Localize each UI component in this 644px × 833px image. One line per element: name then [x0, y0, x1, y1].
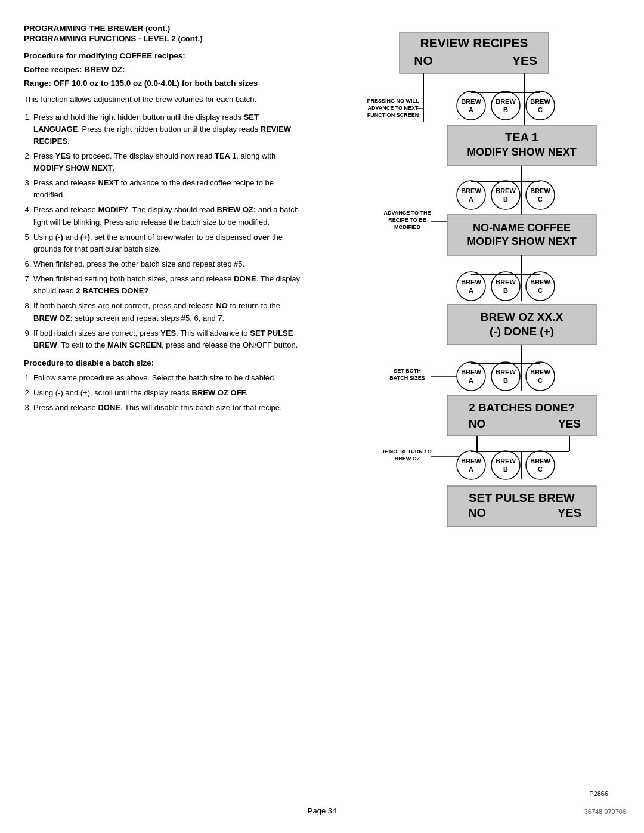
svg-point-17 — [526, 91, 555, 120]
svg-text:BREW: BREW — [461, 368, 481, 376]
svg-text:C: C — [538, 466, 543, 473]
svg-point-65 — [457, 362, 485, 391]
svg-text:BATCH SIZES: BATCH SIZES — [389, 375, 425, 381]
svg-text:NO-NAME COFFEE: NO-NAME COFFEE — [473, 222, 571, 234]
svg-text:MODIFY SHOW NEXT: MODIFY SHOW NEXT — [467, 236, 577, 247]
svg-point-68 — [491, 362, 520, 391]
svg-text:BREW: BREW — [530, 98, 550, 105]
svg-text:BREW: BREW — [530, 457, 550, 465]
svg-point-90 — [526, 451, 555, 479]
svg-point-14 — [491, 91, 520, 120]
section1-subtitle1: Coffee recipes: BREW OZ: — [24, 65, 304, 74]
svg-text:MODIFY SHOW NEXT: MODIFY SHOW NEXT — [467, 146, 577, 158]
svg-text:MODIFIED: MODIFIED — [394, 224, 420, 230]
svg-text:2 BATCHES DONE?: 2 BATCHES DONE? — [469, 401, 575, 414]
svg-text:A: A — [469, 377, 473, 384]
svg-text:NO: NO — [469, 417, 486, 430]
svg-text:TEA 1: TEA 1 — [505, 131, 538, 144]
svg-point-47 — [457, 272, 485, 301]
svg-text:A: A — [469, 466, 473, 473]
svg-text:(-) DONE  (+): (-) DONE (+) — [490, 325, 554, 337]
svg-point-34 — [491, 181, 520, 209]
svg-text:B: B — [503, 377, 508, 384]
svg-text:A: A — [469, 106, 473, 113]
svg-point-31 — [457, 181, 485, 209]
svg-point-53 — [526, 272, 555, 301]
step-4: Press and release MODIFY. The display sh… — [33, 204, 304, 228]
svg-text:B: B — [503, 196, 508, 203]
svg-point-11 — [457, 91, 485, 120]
svg-text:BREW: BREW — [461, 98, 481, 105]
svg-text:B: B — [503, 466, 508, 473]
svg-text:BREW OZ: BREW OZ — [395, 456, 420, 462]
svg-text:C: C — [538, 377, 543, 384]
svg-text:BREW: BREW — [496, 187, 516, 194]
svg-text:IF NO, RETURN TO: IF NO, RETURN TO — [383, 448, 431, 454]
part-number-main: 36748 070706 — [584, 808, 626, 815]
left-column: PROGRAMMING THE BREWER (cont.) PROGRAMMI… — [24, 24, 316, 809]
svg-rect-43 — [447, 215, 596, 255]
svg-point-71 — [526, 362, 555, 391]
step-3: Press and release NEXT to advance to the… — [33, 177, 304, 201]
step-1: Press and hold the right hidden button u… — [33, 112, 304, 147]
svg-text:SET PULSE BREW: SET PULSE BREW — [469, 491, 575, 504]
svg-point-87 — [491, 451, 520, 479]
svg-text:BREW: BREW — [496, 278, 516, 286]
step-9: If both batch sizes are correct, press Y… — [33, 327, 304, 351]
svg-text:BREW: BREW — [461, 187, 481, 194]
section1-steps: Press and hold the right hidden button u… — [33, 112, 304, 352]
svg-text:BREW: BREW — [530, 187, 550, 194]
step2-1: Follow same procedure as above. Select t… — [33, 372, 304, 384]
svg-text:ADVANCE TO NEXT: ADVANCE TO NEXT — [367, 105, 419, 111]
header-line1: PROGRAMMING THE BREWER (cont.) — [24, 24, 304, 33]
svg-text:REVIEW RECIPES: REVIEW RECIPES — [420, 36, 528, 49]
page: PROGRAMMING THE BREWER (cont.) PROGRAMMI… — [0, 0, 644, 833]
svg-text:NO: NO — [468, 506, 486, 519]
svg-text:BREW: BREW — [496, 98, 516, 105]
svg-text:BREW OZ   XX.X: BREW OZ XX.X — [481, 311, 564, 323]
header-line2: PROGRAMMING FUNCTIONS - LEVEL 2 (cont.) — [24, 34, 304, 43]
svg-text:B: B — [503, 287, 508, 294]
section1-title: Procedure for modifying COFFEE recipes: — [24, 51, 304, 60]
svg-text:C: C — [538, 287, 543, 294]
svg-text:BREW: BREW — [530, 278, 550, 286]
svg-text:YES: YES — [558, 506, 581, 519]
svg-text:BREW: BREW — [496, 457, 516, 465]
svg-text:FUNCTION SCREEN: FUNCTION SCREEN — [367, 112, 419, 118]
svg-text:BREW: BREW — [461, 457, 481, 465]
flowchart-svg: REVIEW RECIPES NO YES PRESSING NO WILL A… — [367, 27, 581, 742]
section1-intro: This function allows adjustment of the b… — [24, 94, 304, 106]
svg-point-84 — [457, 451, 485, 479]
svg-text:NO: NO — [414, 54, 433, 67]
svg-text:C: C — [538, 106, 543, 113]
step-5: Using (-) and (+), set the amount of bre… — [33, 231, 304, 255]
svg-point-50 — [491, 272, 520, 301]
step-2: Press YES to proceed. The display should… — [33, 150, 304, 174]
step2-3: Press and release DONE. This will disabl… — [33, 402, 304, 414]
section2-title: Procedure to disable a batch size: — [24, 358, 304, 367]
svg-text:RECIPE TO BE: RECIPE TO BE — [388, 217, 426, 223]
section1-subtitle2: Range: OFF 10.0 oz to 135.0 oz (0.0-4.0L… — [24, 79, 304, 88]
step-8: If both batch sizes are not correct, pre… — [33, 300, 304, 324]
svg-text:A: A — [469, 287, 473, 294]
step2-2: Using (-) and (+), scroll until the disp… — [33, 387, 304, 399]
svg-point-37 — [526, 181, 555, 209]
svg-text:ADVANCE TO THE: ADVANCE TO THE — [383, 210, 431, 216]
section2-steps: Follow same procedure as above. Select t… — [33, 372, 304, 414]
step-7: When finished setting both batch sizes, … — [33, 273, 304, 297]
svg-text:B: B — [503, 106, 508, 113]
svg-text:SET BOTH: SET BOTH — [394, 368, 421, 374]
svg-text:C: C — [538, 196, 543, 203]
page-number: Page 34 — [308, 806, 336, 815]
svg-text:BREW: BREW — [530, 368, 550, 376]
step-6: When finished, press the other batch siz… — [33, 258, 304, 270]
part-number-p2866: P2866 — [589, 790, 608, 797]
right-column: REVIEW RECIPES NO YES PRESSING NO WILL A… — [316, 24, 626, 809]
svg-text:BREW: BREW — [496, 368, 516, 376]
svg-text:YES: YES — [512, 54, 537, 67]
svg-text:YES: YES — [558, 417, 581, 430]
svg-text:A: A — [469, 196, 473, 203]
svg-text:BREW: BREW — [461, 278, 481, 286]
svg-text:PRESSING NO WILL: PRESSING NO WILL — [367, 98, 419, 104]
